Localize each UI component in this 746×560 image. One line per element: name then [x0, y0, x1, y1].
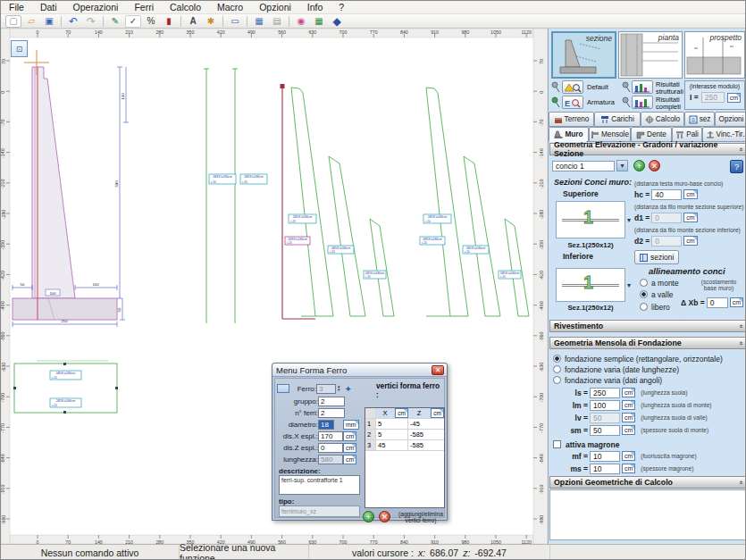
interasse-field[interactable]: 250	[701, 92, 725, 103]
lunghezza-unit-button[interactable]: cm	[343, 455, 356, 464]
sm-unit-button[interactable]: cm	[622, 425, 635, 435]
menu-ferri[interactable]: Ferri	[126, 2, 162, 13]
tab-carichi[interactable]: Carichi	[594, 112, 641, 127]
refresh-arrow-icon[interactable]: ✦	[344, 384, 351, 394]
ls-field[interactable]: 250	[590, 388, 620, 398]
new-file-icon[interactable]: ▢	[5, 15, 21, 28]
descrizione-field[interactable]: ferri-sup. contrafforte 1	[279, 475, 360, 495]
rivestimento-section-header[interactable]: Rivestimento«	[549, 320, 746, 332]
disx-unit-button[interactable]: cm	[343, 431, 356, 441]
interasse-unit-button[interactable]: cm	[727, 93, 741, 103]
measure-icon[interactable]: A	[185, 15, 201, 28]
mf-field[interactable]: 10	[590, 451, 620, 462]
gear-icon[interactable]: ✱	[203, 15, 219, 28]
menu-calcolo[interactable]: Calcolo	[162, 2, 209, 13]
hc-field[interactable]: 40	[651, 189, 682, 200]
concio-select[interactable]: concio 1	[552, 161, 615, 171]
collapse-chevron-icon[interactable]: «	[736, 341, 744, 345]
vertici-row[interactable]: 3 45 -585	[365, 440, 444, 451]
menu-operazioni[interactable]: Operazioni	[65, 2, 127, 13]
dxb-field[interactable]: 0	[707, 297, 728, 308]
sm-field[interactable]: 50	[590, 425, 620, 436]
radio-fondazione-angoli[interactable]: fondazione varia (dati angoli)	[553, 374, 662, 386]
vertici-row[interactable]: 2 5 -585	[365, 430, 444, 440]
save-icon[interactable]: ▣	[41, 15, 57, 28]
lm-field[interactable]: 100	[590, 400, 620, 411]
percent-edit-icon[interactable]: %	[143, 15, 159, 28]
superiore-dropdown-arrow[interactable]: ▾	[627, 216, 631, 224]
d1-field[interactable]: 0	[651, 213, 682, 223]
window-icon[interactable]: ▭	[227, 15, 243, 28]
lm-unit-button[interactable]: cm	[622, 400, 635, 410]
add-vertex-button[interactable]: +	[363, 511, 374, 522]
radio-libero[interactable]: libero	[640, 301, 670, 313]
calculator-icon[interactable]: ▦	[311, 15, 327, 28]
risultati-strutturali-button[interactable]	[632, 80, 653, 94]
disz-unit-button[interactable]: cm	[343, 443, 356, 453]
view-sezione-thumb[interactable]: sezione	[551, 31, 616, 79]
hc-unit-button[interactable]: cm	[683, 189, 697, 199]
menu-opzioni[interactable]: Opzioni	[251, 2, 299, 13]
view-prospetto-thumb[interactable]: prospetto	[684, 31, 745, 79]
d2-unit-button[interactable]: cm	[683, 236, 697, 246]
menu-macro[interactable]: Macro	[209, 2, 251, 13]
d1-unit-button[interactable]: cm	[683, 213, 697, 222]
menu-info[interactable]: Info	[299, 2, 331, 13]
default-view-button[interactable]	[562, 80, 583, 94]
col-x-unit-button[interactable]: cm	[395, 408, 408, 418]
tab-opzioni[interactable]: Opzioni	[715, 112, 746, 127]
diametro-unit-button[interactable]: mm	[343, 420, 359, 430]
sezioni-button[interactable]: sezioni	[634, 250, 679, 264]
concio-dropdown-arrow[interactable]: ▾	[616, 160, 628, 171]
gruppo-field[interactable]: 2	[318, 397, 345, 406]
book-icon[interactable]: ▮	[161, 15, 177, 28]
delete-concio-button[interactable]: ✕	[649, 160, 660, 171]
sezione-superiore-preview[interactable]: 1	[556, 201, 625, 238]
open-folder-icon[interactable]: ▱	[23, 15, 39, 28]
armatura-view-button[interactable]: E	[562, 96, 583, 109]
fondazione-section-header[interactable]: Geometria Mensola di Fondazione«	[549, 337, 746, 349]
menu-forma-ferro-dialog[interactable]: Menu Forma Ferro ✕ Ferro: 3 ▲▼ ✦ gruppo:…	[272, 363, 448, 521]
drawing-canvas[interactable]: 0070701401402102102802803503504204204904…	[1, 29, 548, 544]
tab-terreno[interactable]: Terreno	[549, 112, 594, 127]
lv-unit-button[interactable]: cm	[622, 413, 635, 422]
network-icon[interactable]: ▦	[251, 15, 267, 28]
ferro-spinner[interactable]: ▲▼	[337, 385, 340, 392]
menu-dati[interactable]: Dati	[32, 2, 65, 13]
menu-help[interactable]: ?	[331, 2, 352, 13]
lv-field[interactable]: 50	[590, 413, 620, 423]
tab-sez[interactable]: sez	[684, 112, 715, 127]
ms-unit-button[interactable]: cm	[622, 464, 635, 473]
disz-field[interactable]: 0	[318, 443, 343, 453]
redo-icon[interactable]: ↷	[83, 15, 99, 28]
vertici-row[interactable]: 1 5 -45	[365, 419, 444, 430]
opzioni-calcolo-section-header[interactable]: Opzioni Geometriche di Calcolo«	[549, 476, 746, 489]
disx-field[interactable]: 170	[318, 431, 343, 441]
add-concio-button[interactable]: +	[633, 160, 645, 171]
collapse-chevron-icon[interactable]: «	[736, 481, 744, 484]
vertici-table[interactable]: X cm Z cm 1 5 -45 2 5 -585	[365, 407, 445, 508]
dialog-titlebar[interactable]: Menu Forma Ferro	[272, 364, 447, 377]
dialog-close-button[interactable]: ✕	[432, 365, 444, 375]
collapse-chevron-icon[interactable]: «	[736, 324, 744, 328]
tipo-field[interactable]: ferrimuro_xz	[279, 506, 360, 517]
collapse-chevron-icon[interactable]: «	[736, 147, 744, 151]
elevazione-section-header[interactable]: Geometria Elevazione - Gradoni / variazi…	[549, 143, 746, 155]
radio-a-valle[interactable]: a valle	[640, 288, 674, 300]
menu-file[interactable]: File	[1, 2, 32, 13]
col-z-unit-button[interactable]: cm	[431, 408, 444, 418]
diametro-field[interactable]: 18	[318, 420, 334, 430]
dxb-unit-button[interactable]: cm	[730, 297, 743, 307]
sezione-inferiore-preview[interactable]: 1	[556, 268, 625, 302]
radio-a-monte[interactable]: a monte	[640, 277, 679, 288]
shield-icon[interactable]: ◆	[329, 15, 345, 28]
attiva-magrone-checkbox[interactable]: attiva magrone	[553, 439, 619, 450]
edit-sheet-icon[interactable]: ✎	[107, 15, 123, 28]
inferiore-dropdown-arrow[interactable]: ▾	[627, 281, 631, 289]
ferro-field[interactable]: 3	[316, 384, 336, 394]
verify-sheet-icon[interactable]: ✓	[125, 15, 141, 28]
undo-icon[interactable]: ↶	[65, 15, 81, 28]
canvas-zoom-tool-button[interactable]: ⊡	[11, 40, 28, 57]
ms-field[interactable]: 10	[590, 464, 620, 474]
sheet-icon[interactable]: ▤	[269, 15, 285, 28]
